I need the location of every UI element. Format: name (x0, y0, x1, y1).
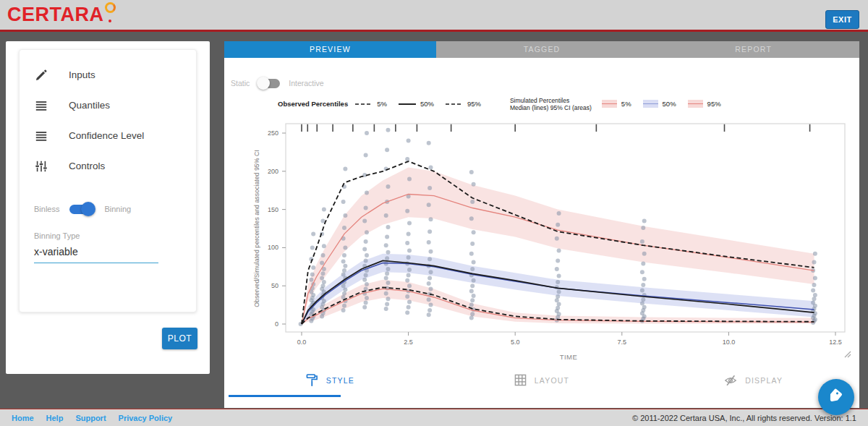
binning-label: Binning (104, 205, 131, 213)
logo-ring-icon (105, 2, 116, 13)
svg-text:7.5: 7.5 (618, 338, 627, 346)
sidebar-item-controls[interactable]: Controls (20, 151, 196, 182)
solid-line-sample (399, 101, 416, 107)
grid-icon (514, 374, 527, 386)
binless-label: Binless (34, 205, 59, 213)
svg-text:0.0: 0.0 (297, 338, 307, 346)
chart-resize-grip[interactable] (843, 349, 851, 358)
footer-link-privacy-policy[interactable]: Privacy Policy (119, 414, 173, 422)
tab-style[interactable]: STYLE (224, 366, 436, 395)
binning-type-group: Binning Type x-variable (20, 231, 196, 263)
list-lines-icon (34, 129, 48, 143)
settings-panel: Inputs Quantiles Confidence Level Contro… (6, 41, 210, 374)
paint-roller-icon (306, 373, 318, 387)
svg-text:250: 250 (268, 129, 278, 137)
exit-button[interactable]: EXIT (825, 10, 859, 29)
svg-text:TIME: TIME (560, 353, 578, 361)
svg-text:100: 100 (268, 244, 278, 251)
footer-bar: Home Help Support Privacy Policy © 2011-… (0, 409, 868, 426)
binning-type-label: Binning Type (34, 231, 196, 240)
sidebar-item-label: Quantiles (69, 100, 110, 111)
sidebar-item-confidence-level[interactable]: Confidence Level (20, 121, 196, 151)
binning-toggle-row: Binless Binning (20, 205, 196, 214)
sidebar-item-label: Confidence Level (69, 130, 144, 141)
copyright-text: © 2011-2022 Certara USA, Inc., All right… (632, 414, 856, 422)
tag-fab-button[interactable] (818, 379, 854, 415)
observed-legend-title: Observed Percentiles (278, 100, 348, 108)
content-region: Inputs Quantiles Confidence Level Contro… (0, 32, 868, 409)
svg-text:Observed/Simulated percentiles: Observed/Simulated percentiles and assoc… (253, 150, 260, 307)
eye-off-icon (724, 374, 737, 387)
dashed-line-sample (355, 101, 373, 107)
blue-band-swatch (643, 100, 658, 108)
legend-observed-5: 5% (355, 100, 387, 108)
binning-toggle[interactable] (69, 205, 94, 214)
footer-link-help[interactable]: Help (46, 414, 64, 422)
dashed-line-sample (446, 101, 463, 107)
svg-text:50: 50 (271, 282, 278, 289)
static-interactive-toggle-row: Static Interactive (231, 79, 324, 88)
legend-simulated-5: 5% (602, 100, 631, 108)
sidebar-item-inputs[interactable]: Inputs (20, 60, 196, 90)
legend-simulated-95: 95% (688, 100, 721, 108)
svg-text:200: 200 (268, 167, 278, 174)
sidebar-item-quantiles[interactable]: Quantiles (20, 90, 196, 121)
tab-tagged[interactable]: TAGGED (436, 41, 648, 58)
chart-legend: Observed Percentiles 5% 50% 95% Simulate… (278, 97, 733, 111)
svg-text:10.0: 10.0 (723, 338, 736, 346)
interactive-label: Interactive (289, 79, 323, 88)
footer-link-support[interactable]: Support (75, 414, 106, 422)
legend-observed-95: 95% (446, 100, 481, 108)
svg-text:0: 0 (275, 320, 278, 328)
settings-card: Inputs Quantiles Confidence Level Contro… (19, 49, 197, 312)
active-tab-indicator (229, 395, 341, 397)
sliders-icon (34, 159, 48, 174)
certara-logo: CERTARA (7, 4, 111, 25)
legend-observed-50: 50% (399, 100, 434, 108)
tag-icon (827, 388, 846, 406)
plot-button[interactable]: PLOT (162, 328, 197, 349)
logo-text: CERTARA (7, 4, 104, 25)
bottom-tab-bar: STYLE LAYOUT DISPLAY (224, 366, 859, 395)
svg-text:2.5: 2.5 (404, 338, 413, 346)
svg-text:5.0: 5.0 (511, 338, 520, 346)
sidebar-item-label: Inputs (69, 69, 95, 80)
footer-link-home[interactable]: Home (12, 414, 34, 422)
pencil-icon (34, 68, 48, 82)
simulated-legend-title: Simulated Percentiles Median (lines) 95%… (510, 97, 592, 111)
vpc-chart-svg: 0501001502002500.02.55.07.510.012.5TIMEO… (250, 121, 857, 367)
static-label: Static (231, 79, 250, 88)
legend-simulated-50: 50% (643, 100, 676, 108)
sidebar-item-label: Controls (69, 161, 105, 171)
toggle-thumb (257, 77, 270, 90)
top-bar: CERTARA EXIT (0, 0, 868, 30)
tab-report[interactable]: REPORT (647, 41, 859, 58)
list-lines-icon (34, 98, 48, 113)
footer-links: Home Help Support Privacy Policy (12, 414, 184, 422)
binning-type-select[interactable]: x-variable (34, 246, 158, 263)
toggle-thumb (81, 202, 95, 216)
svg-text:150: 150 (268, 205, 278, 213)
tab-layout[interactable]: LAYOUT (436, 366, 648, 395)
preview-panel: PREVIEW TAGGED REPORT Static Interactive… (224, 41, 859, 408)
red-band-swatch (602, 100, 617, 108)
tab-preview[interactable]: PREVIEW (224, 41, 436, 58)
static-interactive-toggle[interactable] (258, 79, 280, 88)
vpc-chart: 0501001502002500.02.55.07.510.012.5TIMEO… (250, 121, 857, 367)
red-band-swatch (688, 100, 703, 108)
top-tab-bar: PREVIEW TAGGED REPORT (224, 41, 859, 58)
logo-dot-icon (109, 20, 111, 22)
svg-text:12.5: 12.5 (829, 338, 842, 346)
